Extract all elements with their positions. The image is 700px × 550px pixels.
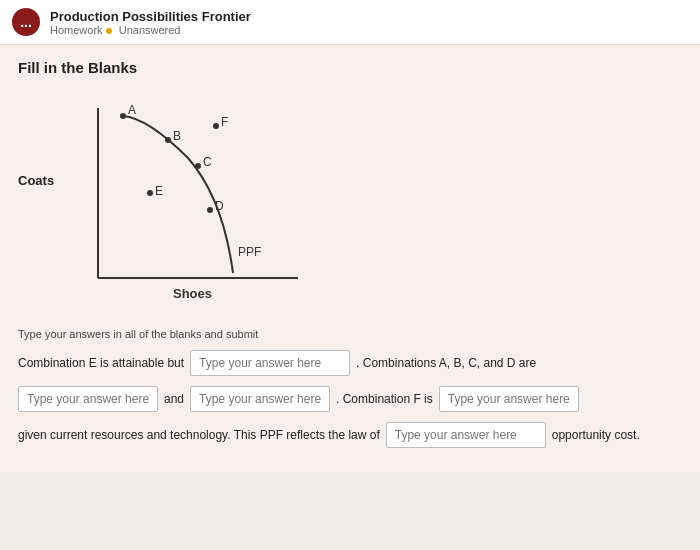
row1-prefix: Combination E is attainable but: [18, 356, 184, 370]
top-bar: ... Production Possibilities Frontier Ho…: [0, 0, 700, 45]
answer-input-3a[interactable]: [386, 422, 546, 448]
answer-row-1: Combination E is attainable but . Combin…: [18, 350, 682, 376]
header-info: Production Possibilities Frontier Homewo…: [50, 9, 251, 36]
svg-point-8: [195, 163, 201, 169]
row1-suffix: . Combinations A, B, C, and D are: [356, 356, 536, 370]
answer-input-1a[interactable]: [190, 350, 350, 376]
header-title: Production Possibilities Frontier: [50, 9, 251, 24]
graph-area: Coats PPF Shoes A B F: [18, 88, 682, 318]
svg-point-4: [165, 137, 171, 143]
row3-suffix: opportunity cost.: [552, 428, 640, 442]
app-icon: ...: [12, 8, 40, 36]
svg-text:F: F: [221, 115, 228, 129]
answer-input-2b[interactable]: [190, 386, 330, 412]
svg-text:E: E: [155, 184, 163, 198]
y-axis-label: Coats: [18, 173, 54, 188]
svg-point-12: [207, 207, 213, 213]
svg-text:B: B: [173, 129, 181, 143]
answer-row-3: given current resources and technology. …: [18, 422, 682, 448]
graph-container: Coats PPF Shoes A B F: [18, 88, 338, 318]
svg-point-6: [213, 123, 219, 129]
ppf-graph: PPF Shoes A B F C E: [68, 98, 328, 318]
x-axis-label: Shoes: [173, 286, 212, 301]
svg-point-10: [147, 190, 153, 196]
answer-row-2: and . Combination F is: [18, 386, 682, 412]
svg-text:C: C: [203, 155, 212, 169]
row2-suffix: . Combination F is: [336, 392, 433, 406]
status-label: Unanswered: [119, 24, 181, 36]
status-dot: [106, 28, 112, 34]
header-subtitle: Homework Unanswered: [50, 24, 251, 36]
row3-prefix: given current resources and technology. …: [18, 428, 380, 442]
row2-and: and: [164, 392, 184, 406]
instructions-text: Type your answers in all of the blanks a…: [18, 328, 682, 340]
answer-input-2a[interactable]: [18, 386, 158, 412]
svg-text:A: A: [128, 103, 136, 117]
ppf-label: PPF: [238, 245, 261, 259]
svg-text:D: D: [215, 199, 224, 213]
main-content: Fill in the Blanks Coats PPF Shoes A B: [0, 45, 700, 472]
answer-input-2c[interactable]: [439, 386, 579, 412]
svg-point-2: [120, 113, 126, 119]
section-title: Fill in the Blanks: [18, 59, 682, 76]
homework-label: Homework: [50, 24, 103, 36]
